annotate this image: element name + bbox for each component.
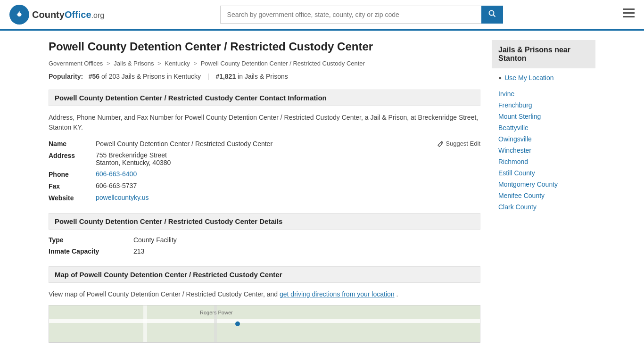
sidebar-link-menifee[interactable]: Menifee County (498, 192, 545, 199)
list-item: Winchester (492, 145, 595, 156)
type-row: Type County Facility (49, 236, 480, 244)
fax-row: Fax 606-663-5737 (49, 182, 480, 190)
breadcrumb-link-ky[interactable]: Kentucky (165, 60, 190, 67)
sidebar-link-winchester[interactable]: Winchester (498, 147, 531, 154)
logo-area: CountyOffice.org (9, 5, 104, 25)
sidebar-link-richmond[interactable]: Richmond (498, 158, 528, 165)
breadcrumb-link-gov[interactable]: Government Offices (49, 60, 103, 67)
address-row: Address 755 Breckenridge Street Stanton,… (49, 151, 480, 166)
fax-label: Fax (49, 182, 96, 190)
map-section-header: Map of Powell County Detention Center / … (49, 266, 480, 283)
main-container: Powell County Detention Center / Restric… (39, 31, 605, 362)
contact-section: Powell County Detention Center / Restric… (49, 90, 480, 202)
type-label: Type (49, 236, 133, 244)
svg-line-3 (493, 15, 495, 17)
map-desc-start: View map of Powell County Detention Cent… (49, 290, 280, 298)
list-item: Montgomery County (492, 179, 595, 190)
details-section-header: Powell County Detention Center / Restric… (49, 213, 480, 230)
list-item: Beattyville (492, 122, 595, 133)
logo-text: CountyOffice.org (32, 9, 104, 20)
list-item: Irvine (492, 88, 595, 99)
breadcrumb-sep: > (193, 60, 198, 67)
list-item: Estill County (492, 167, 595, 179)
address-label: Address (49, 151, 96, 159)
svg-rect-9 (143, 305, 147, 343)
list-item: Menifee County (492, 190, 595, 201)
sidebar-link-frenchburg[interactable]: Frenchburg (498, 101, 532, 109)
capacity-value: 213 (133, 247, 144, 255)
name-value: Powell County Detention Center / Restric… (96, 140, 437, 148)
map-section: Map of Powell County Detention Center / … (49, 266, 480, 343)
suggest-edit-link[interactable]: Suggest Edit (437, 140, 480, 147)
svg-rect-7 (49, 305, 480, 343)
page-title: Powell County Detention Center / Restric… (49, 40, 480, 53)
list-item: Mount Sterling (492, 111, 595, 122)
site-header: CountyOffice.org (0, 0, 644, 31)
address-line2: Stanton, Kentucky, 40380 (96, 159, 480, 166)
capacity-row: Inmate Capacity 213 (49, 247, 480, 255)
map-desc-end: . (396, 290, 398, 298)
sidebar-link-clark[interactable]: Clark County (498, 203, 537, 211)
capacity-label: Inmate Capacity (49, 247, 133, 255)
fax-value: 606-663-5737 (96, 182, 480, 189)
popularity-bar: Popularity: #56 of 203 Jails & Prisons i… (49, 73, 480, 80)
breadcrumb-link-current[interactable]: Powell County Detention Center / Restric… (201, 60, 365, 67)
phone-label: Phone (49, 170, 96, 178)
website-link[interactable]: powellcountyky.us (96, 194, 149, 201)
directions-link[interactable]: get driving directions from your locatio… (280, 290, 395, 298)
website-label: Website (49, 194, 96, 202)
location-dot-icon: ● (498, 74, 502, 81)
list-item: Frenchburg (492, 99, 595, 111)
address-value: 755 Breckenridge Street Stanton, Kentuck… (96, 151, 480, 166)
sidebar-link-mountsterling[interactable]: Mount Sterling (498, 113, 541, 120)
search-input[interactable] (220, 6, 481, 24)
svg-rect-6 (623, 16, 635, 17)
contact-info-table: Name Powell County Detention Center / Re… (49, 140, 480, 202)
address-line1: 755 Breckenridge Street (96, 151, 480, 159)
website-row: Website powellcountyky.us (49, 194, 480, 202)
breadcrumb-sep: > (157, 60, 163, 67)
use-location-row: ● Use My Location (492, 71, 595, 85)
popularity-rank: #56 (89, 73, 99, 80)
sidebar-link-estill[interactable]: Estill County (498, 169, 535, 177)
search-button[interactable] (481, 6, 503, 24)
nearby-locations-list: Irvine Frenchburg Mount Sterling Beattyv… (492, 85, 595, 215)
popularity-national-rank: #1,821 (215, 73, 236, 80)
search-bar (220, 6, 503, 24)
svg-point-12 (235, 321, 240, 326)
name-label: Name (49, 140, 96, 148)
details-table: Type County Facility Inmate Capacity 213 (49, 236, 480, 255)
list-item: Richmond (492, 156, 595, 167)
phone-link[interactable]: 606-663-6400 (96, 170, 137, 178)
breadcrumb-link-jails[interactable]: Jails & Prisons (114, 60, 154, 67)
svg-rect-5 (623, 12, 635, 14)
contact-description: Address, Phone Number, and Fax Number fo… (49, 113, 480, 132)
list-item: Clark County (492, 201, 595, 213)
sidebar-link-irvine[interactable]: Irvine (498, 90, 514, 98)
map-placeholder: Rogers Power (49, 305, 480, 343)
sidebar-link-owingsville[interactable]: Owingsville (498, 135, 532, 143)
name-row: Name Powell County Detention Center / Re… (49, 140, 480, 148)
use-location-link[interactable]: Use My Location (504, 74, 553, 82)
contact-section-header: Powell County Detention Center / Restric… (49, 90, 480, 106)
suggest-edit-label: Suggest Edit (446, 140, 480, 147)
sidebar-link-montgomery[interactable]: Montgomery County (498, 181, 558, 188)
sidebar: Jails & Prisons near Stanton ● Use My Lo… (492, 40, 595, 354)
menu-icon[interactable] (623, 8, 635, 21)
phone-value: 606-663-6400 (96, 170, 480, 178)
breadcrumb-sep: > (107, 60, 112, 67)
sidebar-link-beattyville[interactable]: Beattyville (498, 124, 528, 132)
sidebar-title: Jails & Prisons near Stanton (492, 40, 595, 68)
svg-point-1 (17, 13, 21, 16)
content-area: Powell County Detention Center / Restric… (49, 40, 480, 354)
type-value: County Facility (133, 236, 177, 244)
pop-divider: | (207, 73, 209, 80)
logo-icon (9, 5, 29, 25)
svg-rect-8 (49, 319, 480, 323)
list-item: Owingsville (492, 133, 595, 145)
popularity-total: of 203 Jails & Prisons in Kentucky (101, 73, 201, 80)
phone-row: Phone 606-663-6400 (49, 170, 480, 178)
popularity-label: Popularity: (49, 73, 83, 80)
svg-point-2 (489, 11, 494, 16)
svg-rect-4 (623, 8, 635, 10)
